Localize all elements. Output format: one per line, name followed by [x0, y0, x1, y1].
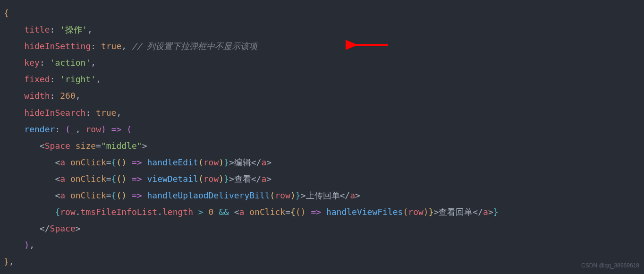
func-handleEdit: handleEdit [147, 157, 198, 167]
watermark-text: CSDN @qq_38969618 [581, 260, 639, 271]
func-viewFiles: handleViewFiles [326, 207, 403, 217]
prop-fixed: fixed [24, 74, 50, 84]
code-line-6: width: 260, [4, 87, 640, 104]
attr-onclick2: onClick [70, 174, 106, 184]
jsx-tag-a2: a [60, 174, 65, 184]
jsx-close-a4: a [483, 207, 488, 217]
obj-row: row [60, 207, 76, 217]
code-line-2: title: '操作', [4, 21, 640, 38]
param-row: row [85, 124, 101, 134]
code-line-3: hideInSetting: true, // 列设置下拉弹框中不显示该项 [4, 38, 640, 54]
attr-onclick4: onClick [249, 207, 285, 217]
jsx-tag-a4: a [239, 207, 245, 217]
text-upload: 上传回单 [306, 190, 340, 200]
prop-width: width [24, 91, 50, 101]
code-line-11: <a onClick={() => viewDetail(row)}>查看</a… [4, 171, 640, 187]
val-key: 'action' [50, 58, 91, 68]
code-line-9: <Space size="middle"> [4, 137, 640, 154]
code-line-10: <a onClick={() => handleEdit(row)}>编辑</a… [4, 154, 640, 171]
jsx-close-a2: a [261, 174, 266, 184]
text-view: 查看 [234, 174, 251, 184]
attr-onclick1: onClick [70, 157, 106, 167]
code-line-13: {row.tmsFileInfoList.length > 0 && <a on… [4, 204, 640, 220]
code-block: { title: '操作', hideInSetting: true, // 列… [4, 5, 640, 270]
arg-row3: row [275, 190, 290, 200]
val-fixed: 'right' [60, 74, 96, 84]
attr-size: size [76, 141, 96, 151]
text-edit: 编辑 [234, 157, 251, 167]
code-line-12: <a onClick={() => handleUplaodDeliveryBi… [4, 187, 640, 204]
arg-row2: row [203, 174, 219, 184]
arg-row4: row [408, 207, 424, 217]
code-line-15: ), [4, 237, 640, 253]
prop-render: render [24, 124, 55, 134]
jsx-tag-a1: a [60, 157, 65, 167]
attr-onclick3: onClick [70, 190, 106, 200]
jsx-close-a3: a [350, 190, 355, 200]
prop-title: title [24, 25, 50, 34]
code-line-8: render: (_, row) => ( [4, 121, 640, 137]
func-viewDetail: viewDetail [147, 174, 198, 184]
num-zero: 0 [209, 207, 214, 217]
code-line-7: hideInSearch: true, [4, 104, 640, 121]
jsx-close-space: Space [50, 223, 76, 233]
open-brace: { [4, 8, 9, 18]
text-viewbill: 查看回单 [439, 207, 473, 217]
func-uploadBill: handleUplaodDeliveryBill [147, 190, 270, 200]
param-underscore: _ [70, 124, 76, 134]
attr-size-val: "middle" [101, 141, 142, 151]
val-hideInSearch: true [96, 108, 116, 118]
val-title: '操作' [60, 25, 87, 34]
comment-hideInSetting: // 列设置下拉弹框中不显示该项 [132, 41, 258, 51]
jsx-close-a1: a [261, 157, 266, 167]
val-hideInSetting: true [101, 41, 121, 51]
code-line-14: </Space> [4, 220, 640, 237]
code-line-16: }, [4, 253, 640, 270]
prop-key: key [24, 58, 40, 68]
jsx-tag-space: Space [45, 141, 70, 151]
code-line-5: fixed: 'right', [4, 71, 640, 87]
prop-tmsFileInfoList: tmsFileInfoList [81, 207, 158, 217]
code-line-1: { [4, 5, 640, 21]
jsx-tag-a3: a [60, 190, 65, 200]
val-width: 260 [60, 91, 76, 101]
prop-length: length [162, 207, 193, 217]
prop-hideInSetting: hideInSetting [24, 41, 91, 51]
code-line-4: key: 'action', [4, 54, 640, 71]
arg-row1: row [203, 157, 219, 167]
prop-hideInSearch: hideInSearch [24, 108, 85, 118]
